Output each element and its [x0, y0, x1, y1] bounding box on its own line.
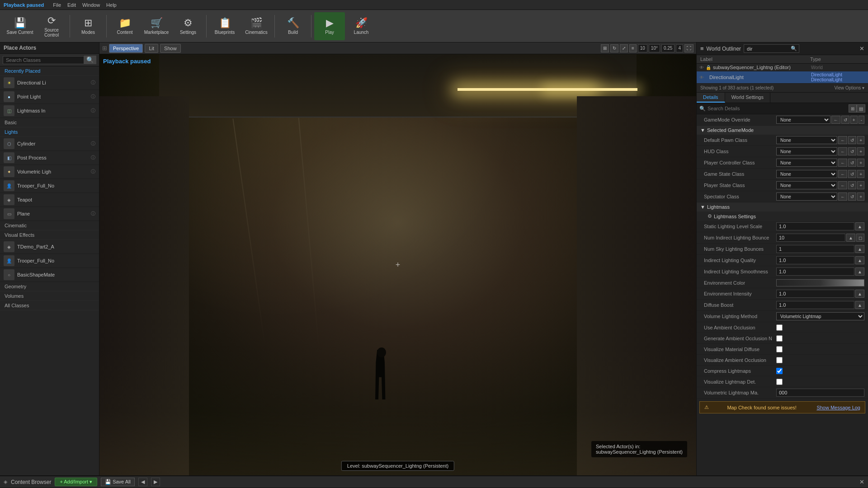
- env-color-swatch[interactable]: [776, 279, 864, 286]
- viz-ambient-checkbox[interactable]: [776, 357, 783, 363]
- lit-button[interactable]: Lit: [145, 44, 158, 53]
- source-control-button[interactable]: ⟳ Source Control: [36, 12, 67, 40]
- rotation-snap-button[interactable]: ↻: [610, 44, 618, 52]
- gamemode-remove-button[interactable]: -: [859, 116, 864, 124]
- player-controller-select[interactable]: None: [776, 159, 837, 167]
- spectator-nav-button[interactable]: ←: [838, 192, 847, 201]
- actor-lightmass[interactable]: ◫ Lightmass In ⓘ: [0, 104, 99, 118]
- viz-lightmap-checkbox[interactable]: [776, 379, 783, 385]
- diffuse-boost-adjust-button[interactable]: ▲: [855, 301, 864, 309]
- category-all-classes[interactable]: All Classes: [0, 301, 99, 310]
- modes-button[interactable]: ⊞ Modes: [73, 12, 104, 40]
- back-button[interactable]: ◀: [138, 478, 147, 486]
- forward-button[interactable]: ▶: [151, 478, 160, 486]
- camera-speed-button[interactable]: ≡: [629, 44, 637, 52]
- actor-point-light[interactable]: ● Point Light ⓘ: [0, 90, 99, 104]
- hud-reset-button[interactable]: ↺: [848, 147, 856, 155]
- indirect-smooth-adjust-button[interactable]: ▲: [855, 267, 864, 276]
- static-lighting-adjust-button[interactable]: ▲: [855, 222, 864, 230]
- search-classes-input[interactable]: [3, 56, 84, 64]
- gamemode-override-select[interactable]: None: [776, 116, 830, 124]
- spectator-add-button[interactable]: +: [857, 192, 864, 201]
- gen-ambient-checkbox[interactable]: [776, 335, 783, 342]
- player-state-add-button[interactable]: +: [857, 181, 864, 189]
- indirect-smooth-input[interactable]: [776, 267, 854, 276]
- actor-cylinder[interactable]: ⬡ Cylinder ⓘ: [0, 137, 99, 151]
- spectator-select[interactable]: None: [776, 192, 837, 201]
- actor-volumetric-light[interactable]: ✦ Volumetric Ligh ⓘ: [0, 165, 99, 179]
- spectator-reset-button[interactable]: ↺: [848, 192, 856, 201]
- actor-plane[interactable]: ▭ Plane ⓘ: [0, 207, 99, 221]
- perspective-button[interactable]: Perspective: [109, 44, 143, 53]
- viewport[interactable]: + Playback paused Selected Actor(s) in: …: [99, 54, 696, 475]
- env-intensity-input[interactable]: [776, 290, 854, 298]
- cinematics-button[interactable]: 🎬 Cinematics: [241, 12, 272, 40]
- tab-details[interactable]: Details: [697, 93, 725, 103]
- category-volumes[interactable]: Volumes: [0, 291, 99, 301]
- hud-class-select[interactable]: None: [776, 147, 837, 155]
- indirect-quality-adjust-button[interactable]: ▲: [855, 256, 864, 264]
- actor-trooper-1[interactable]: 👤 Trooper_Full_No: [0, 179, 99, 193]
- num-sky-adjust-button[interactable]: ▲: [855, 245, 864, 253]
- actor-teapot[interactable]: ◈ Teapot: [0, 193, 99, 207]
- viewport-settings-icon[interactable]: ⊞: [102, 45, 107, 52]
- details-search-input[interactable]: [708, 106, 848, 111]
- game-state-select[interactable]: None: [776, 170, 837, 178]
- search-classes-button[interactable]: 🔍: [84, 56, 96, 64]
- eye-icon-0[interactable]: 👁: [699, 65, 704, 70]
- gamemode-reset-button[interactable]: ↺: [841, 116, 849, 124]
- category-recently-placed[interactable]: Recently Placed: [0, 66, 99, 76]
- default-pawn-nav-button[interactable]: ←: [838, 136, 847, 144]
- category-basic[interactable]: Basic: [0, 118, 99, 127]
- category-geometry[interactable]: Geometry: [0, 282, 99, 291]
- outliner-close-button[interactable]: ✕: [859, 45, 864, 52]
- player-state-reset-button[interactable]: ↺: [848, 181, 856, 189]
- category-lights[interactable]: Lights: [0, 127, 99, 137]
- gamemode-navigate-button[interactable]: ←: [831, 116, 840, 124]
- lightmass-header[interactable]: ▼ Lightmass: [697, 202, 868, 211]
- actor-trooper-2[interactable]: 👤 Trooper_Full_No: [0, 254, 99, 268]
- hud-nav-button[interactable]: ←: [838, 147, 847, 155]
- details-list-view-button[interactable]: ⊞: [849, 104, 857, 113]
- outliner-item-directional-light[interactable]: 👁 DirectionalLight DirectionalLight Dire…: [697, 71, 868, 84]
- num-sky-input[interactable]: [776, 245, 854, 253]
- content-browser-close-button[interactable]: ✕: [859, 479, 864, 485]
- eye-icon-1[interactable]: 👁: [699, 75, 704, 80]
- category-visual-effects[interactable]: Visual Effects: [0, 230, 99, 240]
- game-state-nav-button[interactable]: ←: [838, 170, 847, 178]
- show-button[interactable]: Show: [160, 44, 181, 53]
- tab-world-settings[interactable]: World Settings: [725, 93, 770, 103]
- player-state-nav-button[interactable]: ←: [838, 181, 847, 189]
- env-intensity-adjust-button[interactable]: ▲: [855, 290, 864, 298]
- indirect-quality-input[interactable]: [776, 256, 854, 264]
- save-all-button[interactable]: 💾 Save All: [101, 478, 135, 486]
- details-grid-view-button[interactable]: ▤: [857, 104, 865, 113]
- actor-basic-shape[interactable]: ○ BasicShapeMate: [0, 268, 99, 282]
- game-state-add-button[interactable]: +: [857, 170, 864, 178]
- maximize-button[interactable]: ⛶: [684, 44, 693, 52]
- hud-add-button[interactable]: +: [857, 147, 864, 155]
- volume-lighting-select[interactable]: Volumetric Lightmap: [776, 312, 864, 320]
- menu-window[interactable]: Window: [82, 2, 100, 8]
- category-cinematic[interactable]: Cinematic: [0, 221, 99, 230]
- vol-lightmap-input[interactable]: [776, 389, 864, 397]
- player-state-select[interactable]: None: [776, 181, 837, 189]
- default-pawn-reset-button[interactable]: ↺: [848, 136, 856, 144]
- gamemode-add-button[interactable]: +: [850, 116, 858, 124]
- use-ambient-checkbox[interactable]: [776, 324, 783, 331]
- grid-snap-button[interactable]: ⊞: [601, 44, 609, 52]
- scale-snap-button[interactable]: ⤢: [620, 44, 628, 52]
- num-indirect-adjust-button[interactable]: ▲: [846, 234, 855, 242]
- lightmass-settings-header[interactable]: ⚙ Lightmass Settings: [697, 211, 868, 221]
- build-button[interactable]: 🔨 Build: [278, 12, 308, 40]
- player-controller-reset-button[interactable]: ↺: [848, 159, 856, 167]
- marketplace-button[interactable]: 🛒 Marketplace: [141, 12, 172, 40]
- blueprints-button[interactable]: 📋 Blueprints: [209, 12, 240, 40]
- actor-post-process[interactable]: ◧ Post Process ⓘ: [0, 151, 99, 165]
- actor-tdemo[interactable]: ◈ TDemo_Part2_A: [0, 240, 99, 254]
- menu-file[interactable]: File: [53, 2, 61, 8]
- content-button[interactable]: 📁 Content: [109, 12, 140, 40]
- viz-material-checkbox[interactable]: [776, 346, 783, 352]
- actor-directional-light[interactable]: ☀ Directional Li ⓘ: [0, 76, 99, 90]
- menu-edit[interactable]: Edit: [67, 2, 76, 8]
